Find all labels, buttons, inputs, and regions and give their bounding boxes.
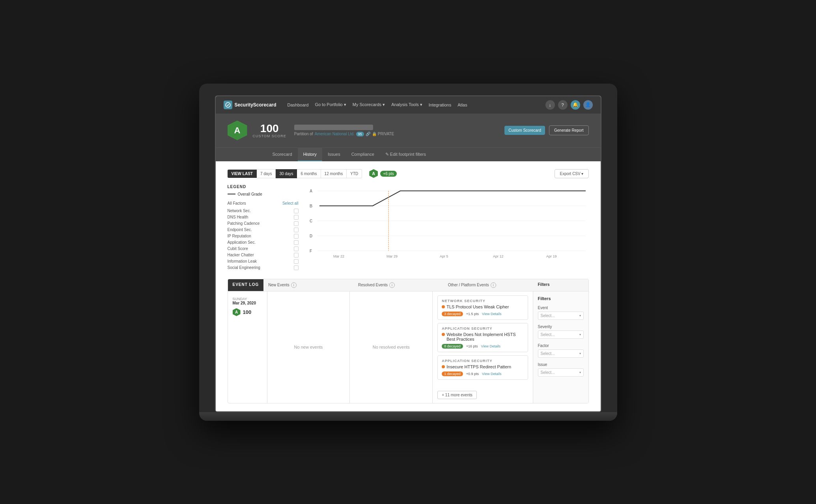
view-details-1[interactable]: View Details (482, 312, 501, 316)
filter-severity-select[interactable]: Select... ▾ (538, 330, 584, 339)
factor-checkbox-app[interactable] (294, 240, 299, 245)
factor-checkbox-ip[interactable] (294, 234, 299, 239)
svg-text:F: F (310, 249, 312, 253)
user-avatar[interactable]: 👤 (583, 100, 593, 110)
notification-icon[interactable]: 🔔 (571, 100, 580, 110)
legend-line (228, 194, 235, 194)
export-csv-button[interactable]: Export CSV ▾ (555, 169, 588, 178)
event-log-body: SUNDAY Mar 29, 2020 A 100 No new events (228, 291, 588, 403)
nav-analysis[interactable]: Analysis Tools ▾ (391, 102, 422, 107)
tab-history[interactable]: History (298, 148, 322, 161)
factor-checkbox-cubit[interactable] (294, 246, 299, 251)
legend-title: LEGEND (228, 185, 299, 189)
laptop-frame: SecurityScorecard Dashboard Go to Portfo… (199, 84, 617, 421)
factor-hacker: Hacker Chatter (228, 252, 299, 258)
partition-link[interactable]: American National Ltd. (315, 132, 355, 136)
new-events-info[interactable]: i (291, 282, 297, 288)
event-meta-1: 3 decayed +1.5 pts View Details (442, 312, 523, 316)
filter-severity-label: Severity (538, 325, 584, 329)
filter-event-select[interactable]: Select... ▾ (538, 312, 584, 320)
event-dot-3 (442, 365, 445, 368)
factor-checkbox-endpoint[interactable] (294, 228, 299, 232)
factor-patching: Patching Cadence (228, 220, 299, 227)
company-grade-badge: A (228, 121, 247, 140)
filters-title: Filters (538, 296, 584, 301)
nav-portfolio[interactable]: Go to Portfolio ▾ (315, 102, 346, 107)
btn-7-days[interactable]: 7 days (257, 169, 276, 178)
partition-prefix: Partition of (294, 132, 313, 136)
factor-checkbox-network[interactable] (294, 209, 299, 213)
nav-atlas[interactable]: Atlas (457, 102, 467, 107)
generate-report-button[interactable]: Generate Report (549, 125, 589, 135)
filter-issue-group: Issue Select... ▾ (538, 362, 584, 377)
new-events-header: New Events i (263, 279, 353, 291)
btn-6-months[interactable]: 6 months (297, 169, 321, 178)
event-pts-3: +0.9 pts (466, 372, 479, 376)
btn-ytd[interactable]: YTD (347, 169, 362, 178)
resolved-events-info[interactable]: i (389, 282, 395, 288)
logo: SecurityScorecard (224, 101, 276, 109)
view-last-label: VIEW LAST (228, 170, 257, 178)
event-badge-1: 3 decayed (442, 312, 463, 316)
download-icon[interactable]: ↓ (545, 100, 555, 110)
event-day: SUNDAY (233, 297, 262, 301)
custom-scorecard-button[interactable]: Custom Scorecard (504, 126, 545, 135)
nav-dashboard[interactable]: Dashboard (288, 102, 309, 107)
filter-issue-select[interactable]: Select... ▾ (538, 368, 584, 377)
filter-issue-label: Issue (538, 362, 584, 367)
factor-checkbox-social[interactable] (294, 265, 299, 270)
history-chart: A B C D F Mar 22 (306, 185, 589, 259)
score-label: CUSTOM SCORE (253, 134, 286, 138)
factor-info-leak: Information Leak (228, 258, 299, 265)
filter-factor-select[interactable]: Select... ▾ (538, 349, 584, 358)
filter-event-chevron: ▾ (579, 314, 581, 317)
legend-overall: Overall Grade (228, 192, 299, 196)
filters-col: Filters Event Select... ▾ Severity Selec (533, 291, 588, 403)
help-icon[interactable]: ? (558, 100, 568, 110)
factor-checkbox-patching[interactable] (294, 221, 299, 226)
partition-score: 95 (356, 132, 364, 136)
event-log-header: EVENT LOG New Events i Resolved Events i… (228, 279, 588, 291)
more-events-button[interactable]: + 11 more events (437, 391, 477, 399)
event-dot-2 (442, 333, 445, 336)
filter-factor-group: Factor Select... ▾ (538, 343, 584, 358)
tab-scorecard[interactable]: Scorecard (267, 148, 298, 161)
tab-edit-footprint[interactable]: ✎ Edit footprint filters (380, 148, 431, 161)
btn-30-days[interactable]: 30 days (276, 169, 297, 178)
nav-integrations[interactable]: Integrations (429, 102, 451, 107)
svg-text:Apr 12: Apr 12 (493, 254, 504, 258)
svg-text:Mar 22: Mar 22 (333, 254, 344, 258)
company-header: A 100 CUSTOM SCORE Partition of American… (216, 114, 601, 147)
private-label: PRIVATE (378, 132, 394, 136)
event-card-2: APPLICATION SECURITY Website Does Not Im… (437, 323, 528, 352)
lock-icon: 🔒 (372, 132, 377, 136)
event-log-tab: EVENT LOG (228, 279, 264, 291)
event-dot-1 (442, 305, 445, 308)
factor-dns-health: DNS Health (228, 214, 299, 220)
factor-list: Network Sec. DNS Health Patching Cadence (228, 208, 299, 271)
grade-indicator: A +6 pts (369, 169, 397, 178)
filter-event-group: Event Select... ▾ (538, 306, 584, 320)
event-date: Mar 29, 2020 (233, 301, 262, 305)
svg-text:D: D (310, 234, 312, 238)
btn-12-months[interactable]: 12 months (321, 169, 347, 178)
svg-text:Apr 19: Apr 19 (546, 254, 557, 258)
other-events-info[interactable]: i (491, 282, 496, 288)
svg-text:Apr 5: Apr 5 (440, 254, 448, 258)
laptop-screen: SecurityScorecard Dashboard Go to Portfo… (215, 95, 601, 412)
tab-issues[interactable]: Issues (322, 148, 346, 161)
nav-scorecards[interactable]: My Scorecards ▾ (353, 102, 385, 107)
event-title-3: Insecure HTTPS Redirect Pattern (442, 364, 523, 369)
event-cards: NETWORK SECURITY TLS Protocol Uses Weak … (433, 291, 532, 387)
filter-factor-chevron: ▾ (579, 352, 581, 355)
factor-checkbox-dns[interactable] (294, 215, 299, 220)
view-details-3[interactable]: View Details (482, 372, 501, 376)
factor-checkbox-info[interactable] (294, 259, 299, 264)
filters-header: Filters (533, 279, 588, 291)
nav-items: Dashboard Go to Portfolio ▾ My Scorecard… (288, 102, 538, 107)
factor-checkbox-hacker[interactable] (294, 253, 299, 258)
tab-compliance[interactable]: Compliance (346, 148, 380, 161)
select-all-link[interactable]: Select all (282, 201, 299, 205)
view-details-2[interactable]: View Details (481, 344, 500, 348)
grade-letter: A (234, 125, 241, 136)
